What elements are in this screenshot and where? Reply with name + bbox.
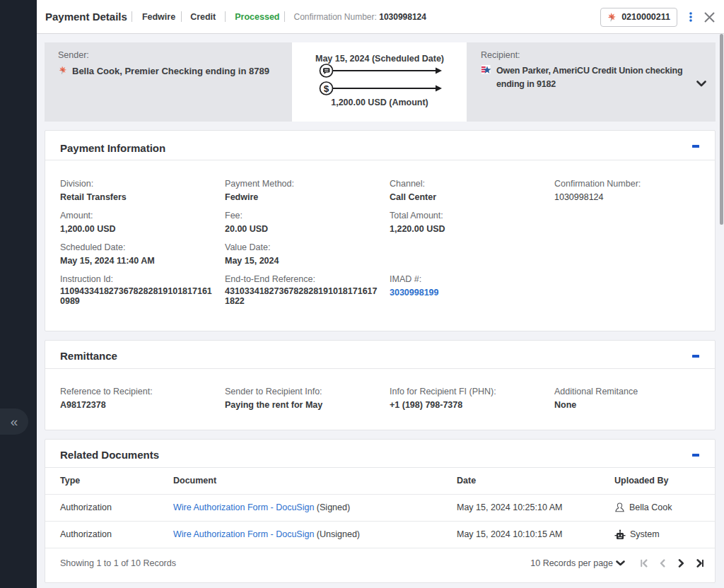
svg-text:1,200.00 USD (Amount): 1,200.00 USD (Amount): [331, 98, 428, 107]
svg-text:May 15, 2024 (Scheduled Date): May 15, 2024 (Scheduled Date): [315, 54, 444, 64]
svg-text:$: $: [324, 83, 329, 94]
